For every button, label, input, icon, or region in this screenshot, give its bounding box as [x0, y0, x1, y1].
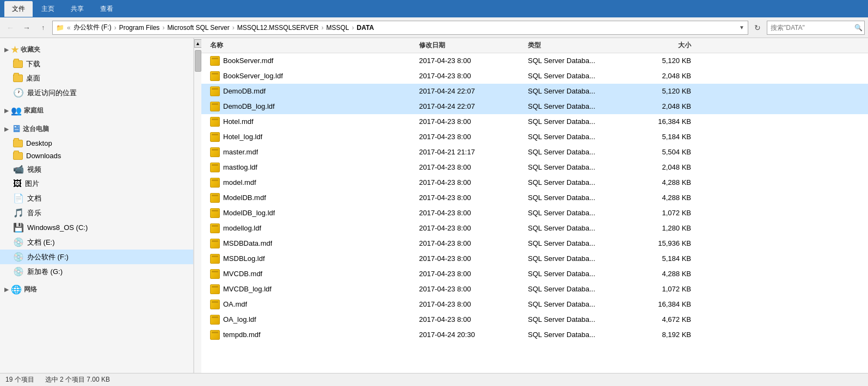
col-header-type[interactable]: 类型	[528, 41, 637, 50]
db-file-icon	[210, 254, 220, 264]
sidebar-item-drive-c[interactable]: 💾 Windows8_OS (C:)	[0, 220, 193, 235]
sidebar-item-videos[interactable]: 📹 视频	[0, 162, 193, 177]
file-name: BookServer.mdf	[223, 57, 274, 65]
file-name: MSDBLog.ldf	[223, 254, 265, 263]
sidebar-item-downloads[interactable]: Downloads	[0, 150, 193, 162]
thispc-arrow: ▶	[4, 126, 9, 132]
path-mssql12[interactable]: MSSQL12.MSSQLSERVER	[237, 24, 319, 32]
col-header-date[interactable]: 修改日期	[419, 41, 528, 50]
folder-icon	[13, 74, 23, 82]
documents-icon: 📄	[13, 193, 24, 203]
file-name: BookServer_log.ldf	[223, 72, 283, 80]
sidebar-item-drive-e[interactable]: 💿 文档 (E:)	[0, 235, 193, 250]
table-row[interactable]: MSDBData.mdf 2017-04-23 8:00 SQL Server …	[201, 236, 868, 251]
table-row[interactable]: model.mdf 2017-04-23 8:00 SQL Server Dat…	[201, 175, 868, 190]
file-name: model.mdf	[223, 178, 256, 186]
file-date: 2017-04-23 8:00	[419, 57, 528, 65]
selected-info: 选中 2 个项目 7.00 KB	[45, 375, 110, 384]
file-name: Hotel.mdf	[223, 117, 254, 126]
db-file-icon	[210, 208, 220, 218]
path-drive[interactable]: 办公软件 (F:)	[73, 23, 112, 32]
sidebar-pictures-label: 图片	[25, 179, 39, 189]
table-row[interactable]: BookServer_log.ldf 2017-04-23 8:00 SQL S…	[201, 69, 868, 84]
sidebar-item-pictures[interactable]: 🖼 图片	[0, 177, 193, 191]
db-file-icon	[210, 239, 220, 248]
table-row[interactable]: OA_log.ldf 2017-04-23 8:00 SQL Server Da…	[201, 312, 868, 327]
sidebar-item-drive-f[interactable]: 💿 办公软件 (F:)	[0, 250, 193, 264]
table-row[interactable]: tempdb.mdf 2017-04-24 20:30 SQL Server D…	[201, 327, 868, 343]
file-size: 4,672 KB	[637, 315, 702, 323]
table-row[interactable]: Hotel.mdf 2017-04-23 8:00 SQL Server Dat…	[201, 114, 868, 129]
sidebar-download-label: 下载	[26, 59, 40, 69]
table-row[interactable]: MVCDB.mdf 2017-04-23 8:00 SQL Server Dat…	[201, 266, 868, 282]
file-size: 8,192 KB	[637, 331, 702, 339]
table-row[interactable]: modellog.ldf 2017-04-23 8:00 SQL Server …	[201, 221, 868, 236]
scroll-up-arrow[interactable]: ▲	[194, 39, 202, 48]
col-header-size[interactable]: 大小	[637, 41, 702, 50]
address-path[interactable]: 📁 « 办公软件 (F:) › Program Files › Microsof…	[52, 21, 748, 35]
db-file-icon	[210, 223, 220, 233]
path-sqlserver[interactable]: Microsoft SQL Server	[167, 24, 229, 32]
file-date: 2017-04-23 8:00	[419, 194, 528, 202]
table-row[interactable]: MSDBLog.ldf 2017-04-23 8:00 SQL Server D…	[201, 251, 868, 266]
music-icon: 🎵	[13, 208, 24, 218]
sidebar-item-documents[interactable]: 📄 文档	[0, 191, 193, 206]
sidebar: ▶ ★ 收藏夹 下载 桌面 🕐 最近访问的位置 ▶ 👥 家庭组	[0, 38, 194, 373]
refresh-button[interactable]: ↻	[750, 21, 765, 35]
file-size: 4,288 KB	[637, 270, 702, 278]
table-row[interactable]: master.mdf 2017-04-21 21:17 SQL Server D…	[201, 145, 868, 160]
sidebar-item-desktop[interactable]: 桌面	[0, 71, 193, 85]
file-type: SQL Server Databa...	[528, 148, 637, 156]
table-row[interactable]: BookServer.mdf 2017-04-23 8:00 SQL Serve…	[201, 53, 868, 69]
sidebar-homegroup-header[interactable]: ▶ 👥 家庭组	[0, 103, 193, 118]
sidebar-item-music[interactable]: 🎵 音乐	[0, 206, 193, 220]
file-type: SQL Server Databa...	[528, 117, 637, 126]
column-headers: 名称 修改日期 类型 大小	[201, 38, 868, 53]
sidebar-item-desktop2[interactable]: Desktop	[0, 137, 193, 150]
file-date: 2017-04-23 8:00	[419, 224, 528, 232]
tab-view[interactable]: 查看	[93, 1, 121, 17]
file-type: SQL Server Databa...	[528, 270, 637, 278]
sidebar-item-download[interactable]: 下载	[0, 57, 193, 71]
file-type: SQL Server Databa...	[528, 72, 637, 80]
up-button[interactable]: ↑	[36, 21, 50, 35]
file-type: SQL Server Databa...	[528, 102, 637, 110]
sidebar-scrollbar[interactable]: ▲	[194, 38, 201, 373]
table-row[interactable]: mastlog.ldf 2017-04-23 8:00 SQL Server D…	[201, 160, 868, 175]
tab-file[interactable]: 文件	[4, 1, 33, 17]
col-header-name[interactable]: 名称	[201, 41, 419, 50]
sidebar-favorites-header[interactable]: ▶ ★ 收藏夹	[0, 42, 193, 57]
sidebar-item-recent[interactable]: 🕐 最近访问的位置	[0, 85, 193, 100]
db-file-icon	[210, 269, 220, 279]
scroll-thumb[interactable]	[195, 50, 201, 72]
file-date: 2017-04-24 22:07	[419, 87, 528, 95]
file-size: 1,072 KB	[637, 285, 702, 293]
path-data[interactable]: DATA	[357, 24, 374, 32]
table-row[interactable]: ModelDB_log.ldf 2017-04-23 8:00 SQL Serv…	[201, 206, 868, 221]
sidebar-thispc-header[interactable]: ▶ 🖥 这台电脑	[0, 121, 193, 137]
tab-share[interactable]: 共享	[63, 1, 91, 17]
drive-c-icon: 💾	[13, 222, 24, 233]
drive-f-icon: 💿	[13, 252, 24, 262]
table-row[interactable]: DemoDB_log.ldf 2017-04-24 22:07 SQL Serv…	[201, 99, 868, 114]
homegroup-icon: 👥	[11, 105, 22, 116]
db-file-icon	[210, 86, 220, 96]
sidebar-item-drive-g[interactable]: 💿 新加卷 (G:)	[0, 264, 193, 279]
table-row[interactable]: MVCDB_log.ldf 2017-04-23 8:00 SQL Server…	[201, 282, 868, 297]
file-date: 2017-04-24 22:07	[419, 102, 528, 110]
table-row[interactable]: Hotel_log.ldf 2017-04-23 8:00 SQL Server…	[201, 129, 868, 145]
table-row[interactable]: ModelDB.mdf 2017-04-23 8:00 SQL Server D…	[201, 190, 868, 206]
path-mssql[interactable]: MSSQL	[326, 24, 349, 32]
table-row[interactable]: DemoDB.mdf 2017-04-24 22:07 SQL Server D…	[201, 84, 868, 99]
tab-home[interactable]: 主页	[34, 1, 62, 17]
search-box[interactable]: 🔍	[767, 21, 865, 35]
file-size: 15,936 KB	[637, 239, 702, 247]
table-row[interactable]: OA.mdf 2017-04-23 8:00 SQL Server Databa…	[201, 297, 868, 312]
path-dropdown-arrow[interactable]: ▼	[739, 24, 744, 30]
path-programfiles[interactable]: Program Files	[119, 24, 160, 32]
forward-button[interactable]: →	[20, 21, 34, 35]
db-file-icon	[210, 300, 220, 309]
search-input[interactable]	[771, 24, 852, 32]
back-button[interactable]: ←	[3, 21, 17, 35]
sidebar-network-header[interactable]: ▶ 🌐 网络	[0, 282, 193, 297]
